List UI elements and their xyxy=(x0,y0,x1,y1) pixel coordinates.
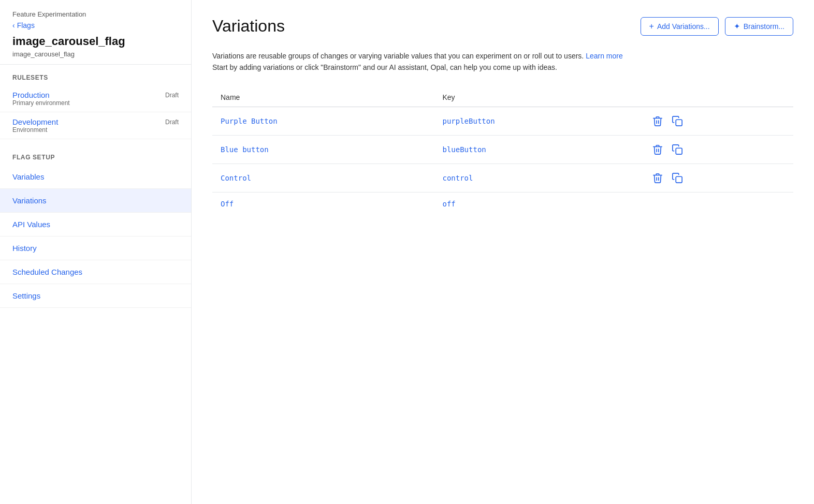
delete-variation-button[interactable] xyxy=(651,171,664,185)
table-row: Blue buttonblueButton xyxy=(212,135,793,164)
col-actions-header xyxy=(643,88,793,107)
flag-subtitle: image_carousel_flag xyxy=(12,50,179,58)
main-content: Variations + Add Variations... ✦ Brainst… xyxy=(192,0,814,504)
table-row: Purple ButtonpurpleButton xyxy=(212,107,793,135)
env-production-desc: Primary environment xyxy=(12,99,70,107)
header-actions: + Add Variations... ✦ Brainstorm... xyxy=(641,17,793,36)
variations-table: Name Key Purple ButtonpurpleButton Blue … xyxy=(212,88,793,215)
brainstorm-button[interactable]: ✦ Brainstorm... xyxy=(725,17,793,36)
env-production-name: Production xyxy=(12,91,70,99)
rulesets-section-label: Rulesets xyxy=(0,65,191,85)
table-row: Offoff xyxy=(212,192,793,215)
svg-rect-1 xyxy=(676,148,682,154)
variation-key: purpleButton xyxy=(434,107,643,135)
table-row: Controlcontrol xyxy=(212,164,793,192)
copy-variation-button[interactable] xyxy=(671,171,684,185)
chevron-left-icon: ‹ xyxy=(12,21,15,29)
trash-icon xyxy=(652,115,663,127)
add-variations-label: Add Variations... xyxy=(657,22,710,31)
sidebar: Feature Experimentation ‹ Flags image_ca… xyxy=(0,0,192,504)
svg-rect-0 xyxy=(676,120,682,126)
copy-icon xyxy=(672,115,683,127)
flag-setup-label: Flag Setup xyxy=(0,144,191,165)
sidebar-item-settings[interactable]: Settings xyxy=(0,284,191,308)
ai-icon: ✦ xyxy=(734,22,740,31)
page-title: Variations xyxy=(212,17,285,36)
copy-variation-button[interactable] xyxy=(671,114,684,128)
delete-variation-button[interactable] xyxy=(651,114,664,128)
variation-name[interactable]: Control xyxy=(212,164,434,192)
col-key-header: Key xyxy=(434,88,643,107)
variation-name[interactable]: Off xyxy=(212,192,434,215)
sidebar-item-variables[interactable]: Variables xyxy=(0,165,191,189)
variation-actions xyxy=(643,135,793,164)
variation-actions xyxy=(643,192,793,215)
env-production-badge: Draft xyxy=(165,92,179,99)
copy-icon xyxy=(672,172,683,184)
variation-key: blueButton xyxy=(434,135,643,164)
trash-icon xyxy=(652,172,663,184)
app-name: Feature Experimentation xyxy=(12,10,179,18)
learn-more-link[interactable]: Learn more xyxy=(586,52,623,60)
back-label: Flags xyxy=(17,21,35,29)
variation-key: control xyxy=(434,164,643,192)
variation-actions xyxy=(643,164,793,192)
flag-title: image_carousel_flag xyxy=(12,35,179,48)
delete-variation-button[interactable] xyxy=(651,143,664,156)
env-development-badge: Draft xyxy=(165,118,179,126)
description-line2: Start by adding variations or click "Bra… xyxy=(212,62,793,73)
sidebar-item-variations[interactable]: Variations xyxy=(0,189,191,213)
brainstorm-label: Brainstorm... xyxy=(744,22,784,31)
description-block: Variations are reusable groups of change… xyxy=(212,50,793,73)
sidebar-env-production[interactable]: Production Primary environment Draft xyxy=(0,85,191,112)
copy-variation-button[interactable] xyxy=(671,143,684,156)
variation-name[interactable]: Purple Button xyxy=(212,107,434,135)
back-link[interactable]: ‹ Flags xyxy=(12,21,179,29)
sidebar-top: Feature Experimentation ‹ Flags image_ca… xyxy=(0,0,191,65)
sidebar-item-api-values[interactable]: API Values xyxy=(0,213,191,236)
variation-name[interactable]: Blue button xyxy=(212,135,434,164)
sidebar-item-history[interactable]: History xyxy=(0,236,191,260)
env-development-desc: Environment xyxy=(12,126,58,134)
copy-icon xyxy=(672,144,683,155)
add-variations-button[interactable]: + Add Variations... xyxy=(641,17,719,36)
main-header: Variations + Add Variations... ✦ Brainst… xyxy=(212,17,793,36)
description-line1: Variations are reusable groups of change… xyxy=(212,52,584,60)
sidebar-env-development[interactable]: Development Environment Draft xyxy=(0,112,191,139)
sidebar-item-scheduled-changes[interactable]: Scheduled Changes xyxy=(0,260,191,284)
col-name-header: Name xyxy=(212,88,434,107)
variation-key: off xyxy=(434,192,643,215)
variation-actions xyxy=(643,107,793,135)
svg-rect-2 xyxy=(676,176,682,183)
env-development-name: Development xyxy=(12,117,58,126)
trash-icon xyxy=(652,144,663,155)
plus-icon: + xyxy=(649,22,654,31)
